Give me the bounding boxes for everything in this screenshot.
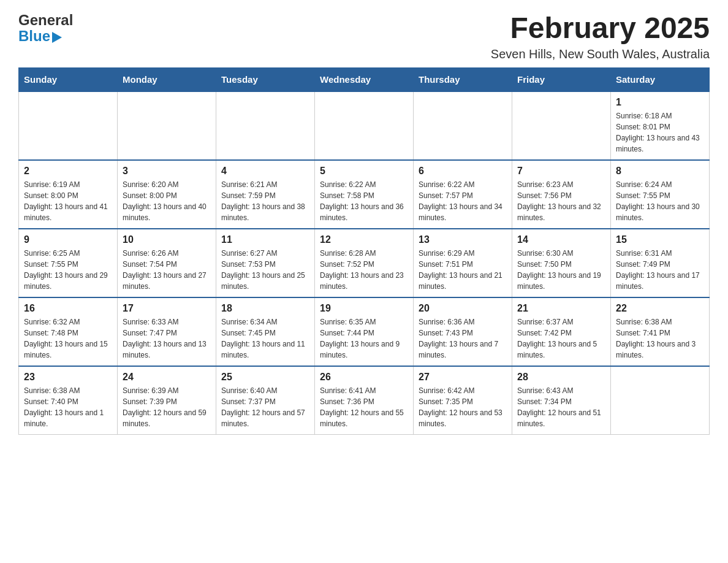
day-info: Sunrise: 6:36 AM Sunset: 7:43 PM Dayligh… [419,316,507,361]
day-number: 8 [616,166,704,177]
logo-arrow-icon [52,32,62,43]
day-number: 16 [24,303,112,314]
day-info: Sunrise: 6:42 AM Sunset: 7:35 PM Dayligh… [419,385,507,429]
day-of-week-header: Thursday [414,67,512,91]
calendar-day-cell: 9Sunrise: 6:25 AM Sunset: 7:55 PM Daylig… [19,229,118,297]
day-number: 4 [221,166,309,177]
calendar-day-cell [118,91,216,160]
day-info: Sunrise: 6:21 AM Sunset: 7:59 PM Dayligh… [221,179,309,223]
day-info: Sunrise: 6:26 AM Sunset: 7:54 PM Dayligh… [123,248,211,292]
calendar-day-cell: 12Sunrise: 6:28 AM Sunset: 7:52 PM Dayli… [315,229,414,297]
day-info: Sunrise: 6:35 AM Sunset: 7:44 PM Dayligh… [320,316,408,361]
title-area: February 2025 Seven Hills, New South Wal… [491,12,710,61]
day-info: Sunrise: 6:20 AM Sunset: 8:00 PM Dayligh… [123,179,211,223]
logo-blue-text: Blue [18,28,50,44]
day-info: Sunrise: 6:24 AM Sunset: 7:55 PM Dayligh… [616,179,704,223]
calendar-day-cell: 26Sunrise: 6:41 AM Sunset: 7:36 PM Dayli… [315,366,414,435]
day-of-week-header: Saturday [611,67,710,91]
logo: General Blue [18,12,73,45]
calendar-week-row: 1Sunrise: 6:18 AM Sunset: 8:01 PM Daylig… [19,91,710,160]
day-of-week-header: Friday [512,67,611,91]
calendar-day-cell [19,91,118,160]
day-number: 10 [123,234,211,245]
day-number: 24 [123,372,211,383]
day-number: 19 [320,303,408,314]
logo-general-text: General [18,12,73,28]
day-info: Sunrise: 6:29 AM Sunset: 7:51 PM Dayligh… [419,248,507,292]
calendar-day-cell [512,91,611,160]
calendar-day-cell: 23Sunrise: 6:38 AM Sunset: 7:40 PM Dayli… [19,366,118,435]
calendar-day-cell: 1Sunrise: 6:18 AM Sunset: 8:01 PM Daylig… [611,91,710,160]
day-number: 14 [517,234,605,245]
day-of-week-header: Monday [118,67,216,91]
calendar-day-cell: 19Sunrise: 6:35 AM Sunset: 7:44 PM Dayli… [315,297,414,366]
calendar-day-cell: 2Sunrise: 6:19 AM Sunset: 8:00 PM Daylig… [19,160,118,229]
day-number: 15 [616,234,704,245]
day-of-week-header: Wednesday [315,67,414,91]
day-info: Sunrise: 6:18 AM Sunset: 8:01 PM Dayligh… [616,110,704,155]
day-info: Sunrise: 6:40 AM Sunset: 7:37 PM Dayligh… [221,385,309,429]
day-number: 5 [320,166,408,177]
day-number: 3 [123,166,211,177]
day-number: 23 [24,372,112,383]
day-number: 1 [616,97,704,108]
logo-text-area: General Blue [18,12,73,45]
day-of-week-header: Sunday [19,67,118,91]
calendar-day-cell: 18Sunrise: 6:34 AM Sunset: 7:45 PM Dayli… [216,297,315,366]
day-number: 11 [221,234,309,245]
calendar-week-row: 2Sunrise: 6:19 AM Sunset: 8:00 PM Daylig… [19,160,710,229]
calendar-header-row: SundayMondayTuesdayWednesdayThursdayFrid… [19,67,710,91]
day-info: Sunrise: 6:39 AM Sunset: 7:39 PM Dayligh… [123,385,211,429]
day-info: Sunrise: 6:19 AM Sunset: 8:00 PM Dayligh… [24,179,112,223]
calendar-day-cell: 27Sunrise: 6:42 AM Sunset: 7:35 PM Dayli… [414,366,512,435]
day-info: Sunrise: 6:43 AM Sunset: 7:34 PM Dayligh… [517,385,605,429]
calendar-day-cell: 11Sunrise: 6:27 AM Sunset: 7:53 PM Dayli… [216,229,315,297]
calendar-day-cell: 21Sunrise: 6:37 AM Sunset: 7:42 PM Dayli… [512,297,611,366]
location-subtitle: Seven Hills, New South Wales, Australia [491,47,710,61]
calendar-day-cell: 24Sunrise: 6:39 AM Sunset: 7:39 PM Dayli… [118,366,216,435]
day-number: 25 [221,372,309,383]
calendar-day-cell: 17Sunrise: 6:33 AM Sunset: 7:47 PM Dayli… [118,297,216,366]
day-number: 17 [123,303,211,314]
calendar-day-cell: 13Sunrise: 6:29 AM Sunset: 7:51 PM Dayli… [414,229,512,297]
calendar-day-cell: 15Sunrise: 6:31 AM Sunset: 7:49 PM Dayli… [611,229,710,297]
day-info: Sunrise: 6:38 AM Sunset: 7:40 PM Dayligh… [24,385,112,429]
day-number: 27 [419,372,507,383]
calendar-day-cell: 3Sunrise: 6:20 AM Sunset: 8:00 PM Daylig… [118,160,216,229]
calendar-day-cell: 28Sunrise: 6:43 AM Sunset: 7:34 PM Dayli… [512,366,611,435]
day-info: Sunrise: 6:34 AM Sunset: 7:45 PM Dayligh… [221,316,309,361]
day-info: Sunrise: 6:25 AM Sunset: 7:55 PM Dayligh… [24,248,112,292]
calendar-day-cell: 20Sunrise: 6:36 AM Sunset: 7:43 PM Dayli… [414,297,512,366]
day-number: 7 [517,166,605,177]
calendar-day-cell [315,91,414,160]
day-info: Sunrise: 6:32 AM Sunset: 7:48 PM Dayligh… [24,316,112,361]
day-info: Sunrise: 6:37 AM Sunset: 7:42 PM Dayligh… [517,316,605,361]
day-info: Sunrise: 6:38 AM Sunset: 7:41 PM Dayligh… [616,316,704,361]
logo-blue-row: Blue [18,28,73,44]
day-info: Sunrise: 6:41 AM Sunset: 7:36 PM Dayligh… [320,385,408,429]
calendar-day-cell: 4Sunrise: 6:21 AM Sunset: 7:59 PM Daylig… [216,160,315,229]
calendar-day-cell: 6Sunrise: 6:22 AM Sunset: 7:57 PM Daylig… [414,160,512,229]
calendar-day-cell: 10Sunrise: 6:26 AM Sunset: 7:54 PM Dayli… [118,229,216,297]
day-info: Sunrise: 6:27 AM Sunset: 7:53 PM Dayligh… [221,248,309,292]
day-number: 22 [616,303,704,314]
day-number: 13 [419,234,507,245]
calendar-table: SundayMondayTuesdayWednesdayThursdayFrid… [18,67,710,435]
calendar-day-cell: 14Sunrise: 6:30 AM Sunset: 7:50 PM Dayli… [512,229,611,297]
calendar-day-cell [414,91,512,160]
calendar-day-cell: 25Sunrise: 6:40 AM Sunset: 7:37 PM Dayli… [216,366,315,435]
day-info: Sunrise: 6:22 AM Sunset: 7:57 PM Dayligh… [419,179,507,223]
day-info: Sunrise: 6:22 AM Sunset: 7:58 PM Dayligh… [320,179,408,223]
calendar-week-row: 9Sunrise: 6:25 AM Sunset: 7:55 PM Daylig… [19,229,710,297]
calendar-day-cell [216,91,315,160]
calendar-day-cell: 16Sunrise: 6:32 AM Sunset: 7:48 PM Dayli… [19,297,118,366]
day-number: 2 [24,166,112,177]
day-number: 20 [419,303,507,314]
day-of-week-header: Tuesday [216,67,315,91]
day-number: 9 [24,234,112,245]
day-number: 12 [320,234,408,245]
calendar-day-cell: 8Sunrise: 6:24 AM Sunset: 7:55 PM Daylig… [611,160,710,229]
day-info: Sunrise: 6:28 AM Sunset: 7:52 PM Dayligh… [320,248,408,292]
calendar-week-row: 16Sunrise: 6:32 AM Sunset: 7:48 PM Dayli… [19,297,710,366]
day-info: Sunrise: 6:31 AM Sunset: 7:49 PM Dayligh… [616,248,704,292]
